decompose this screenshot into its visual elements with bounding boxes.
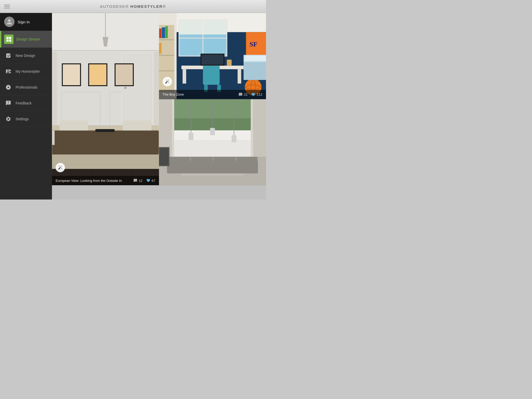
svg-rect-79 [245, 56, 266, 61]
like-count: 67 [152, 179, 155, 183]
svg-rect-99 [236, 157, 257, 171]
content-area: European View: Looking from the Outside … [52, 13, 266, 200]
svg-rect-91 [210, 128, 215, 135]
svg-rect-64 [238, 69, 241, 83]
sidebar-item-professionals[interactable]: Professionals [0, 79, 52, 95]
new-design-icon [4, 51, 12, 60]
sidebar: Sign In Design Stream New Design [0, 13, 52, 200]
living-room-scene [159, 99, 266, 185]
card-boy-zone[interactable]: SF The Boy Zone [159, 13, 266, 99]
sidebar-item-feedback[interactable]: Feedback [0, 95, 52, 111]
comment-count: 12 [139, 179, 142, 183]
svg-rect-49 [159, 55, 174, 56]
svg-rect-66 [202, 55, 224, 65]
svg-rect-36 [63, 64, 80, 85]
svg-rect-33 [52, 130, 159, 154]
svg-rect-34 [95, 129, 115, 132]
svg-rect-38 [89, 64, 106, 85]
sign-in-label: Sign In [18, 20, 30, 24]
comment-stat: 12 [133, 178, 142, 183]
sidebar-item-label: Feedback [16, 101, 31, 105]
svg-rect-6 [52, 50, 159, 51]
comment-count: 21 [244, 92, 248, 96]
svg-rect-100 [181, 173, 243, 176]
svg-rect-3 [9, 39, 11, 42]
card-european-view[interactable]: European View: Looking from the Outside … [52, 13, 159, 185]
magic-wand-badge-boy-zone [163, 77, 172, 86]
sidebar-item-settings[interactable]: Settings [0, 111, 52, 127]
main-layout: Sign In Design Stream New Design [0, 13, 266, 200]
bottom-strip [52, 185, 266, 200]
svg-rect-72 [203, 66, 220, 71]
card-footer-european: European View: Looking from the Outside … [52, 176, 159, 185]
svg-rect-54 [165, 26, 168, 38]
sidebar-item-design-stream[interactable]: Design Stream [0, 31, 52, 48]
card-footer-boy-zone: The Boy Zone 21 112 [159, 90, 266, 99]
sidebar-item-label: Design Stream [16, 37, 40, 41]
sign-in-header[interactable]: Sign In [0, 13, 52, 31]
like-stat: 112 [251, 92, 262, 97]
magic-wand-badge [56, 163, 65, 172]
my-homestyler-icon [4, 67, 12, 76]
svg-rect-40 [116, 64, 133, 85]
sidebar-item-new-design[interactable]: New Design [0, 48, 52, 64]
comment-stat: 21 [238, 92, 248, 97]
svg-rect-53 [162, 27, 165, 38]
card-stats: 12 67 [133, 178, 155, 183]
svg-rect-50 [159, 70, 174, 71]
design-grid: European View: Looking from the Outside … [52, 13, 266, 185]
design-stream-icon [4, 35, 14, 44]
svg-rect-52 [159, 29, 162, 38]
svg-rect-41 [52, 130, 55, 145]
sidebar-item-label: New Design [16, 54, 35, 58]
like-count: 112 [257, 92, 262, 96]
app-title-prefix: AUTODESK [100, 4, 125, 9]
card-title: The Boy Zone [163, 92, 238, 96]
svg-rect-98 [214, 157, 235, 171]
svg-rect-102 [159, 148, 169, 165]
professionals-icon [4, 83, 12, 91]
sidebar-item-label: Settings [16, 117, 29, 121]
bedroom-scene [52, 13, 159, 185]
app-title-main: HOMESTYLER [130, 4, 163, 9]
svg-rect-89 [189, 132, 193, 140]
sidebar-item-label: Professionals [16, 85, 37, 89]
like-stat: 67 [146, 178, 155, 183]
svg-rect-1 [9, 37, 11, 39]
card-living-room[interactable] [159, 99, 266, 185]
svg-rect-68 [227, 60, 231, 66]
card-stats: 21 112 [238, 92, 262, 97]
app-title: AUTODESK® HOMESTYLER® [100, 4, 166, 9]
svg-rect-97 [191, 157, 212, 171]
sidebar-item-my-homestyler[interactable]: My Homestyler [0, 64, 52, 79]
sidebar-item-label: My Homestyler [16, 69, 40, 74]
settings-icon [4, 115, 12, 123]
svg-rect-96 [168, 157, 190, 171]
svg-rect-69 [203, 70, 220, 85]
card-title: European View: Looking from the Outside … [56, 179, 133, 183]
svg-rect-0 [6, 37, 9, 39]
svg-rect-63 [183, 69, 186, 83]
feedback-icon [4, 99, 12, 107]
svg-rect-61 [179, 20, 227, 35]
boy-zone-scene: SF [159, 13, 266, 99]
menu-button[interactable] [4, 5, 10, 8]
svg-point-12 [124, 87, 127, 89]
svg-rect-48 [159, 39, 174, 40]
top-bar: AUTODESK® HOMESTYLER® [0, 0, 266, 13]
svg-text:SF: SF [250, 41, 257, 48]
svg-rect-56 [159, 43, 162, 54]
avatar [4, 17, 15, 27]
svg-rect-2 [6, 39, 9, 42]
svg-rect-93 [232, 135, 236, 142]
